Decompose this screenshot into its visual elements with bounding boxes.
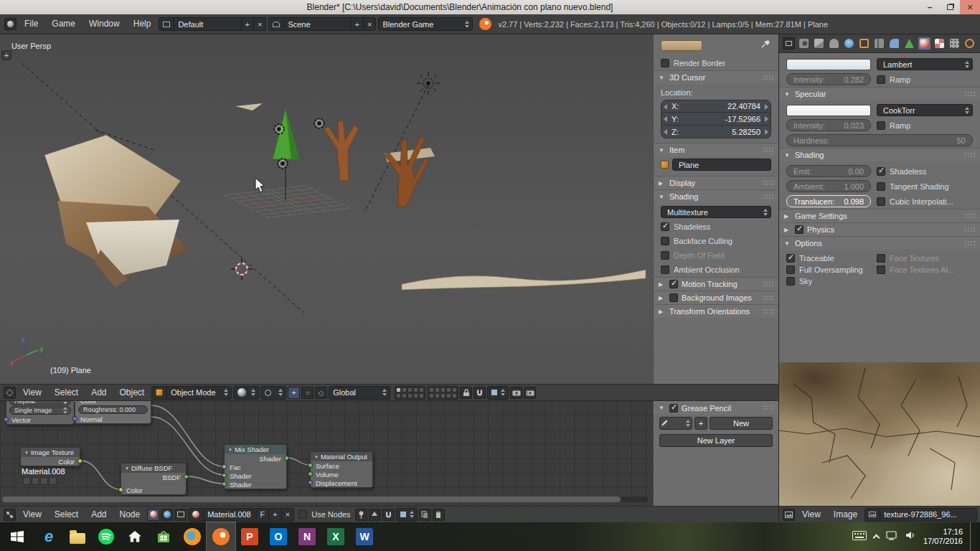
node-title[interactable]: Mix Shader: [225, 445, 286, 454]
panel-grip-icon[interactable]: [763, 180, 773, 187]
node-diffuse-props[interactable]: Color Roughness: 0.000 Normal: [75, 400, 151, 424]
face-textures-checkbox[interactable]: [877, 254, 885, 263]
network-icon[interactable]: [886, 530, 897, 543]
specular-ramp-checkbox[interactable]: [877, 121, 885, 130]
eyedropper-icon[interactable]: [760, 39, 770, 52]
diffuse-ramp-checkbox[interactable]: [877, 75, 885, 84]
uv-menu-view[interactable]: View: [796, 507, 826, 523]
image-browse-icon[interactable]: [865, 509, 880, 521]
diffuse-intensity-slider[interactable]: Intensity:0.282: [786, 73, 871, 85]
viewport-canvas[interactable]: x y z: [0, 34, 653, 384]
node-material-output[interactable]: Material Output Surface Volume Displacem…: [310, 451, 373, 488]
motion-tracking-checkbox[interactable]: [669, 280, 678, 288]
screen-layout-name[interactable]: Default: [174, 18, 241, 30]
editor-type-image-icon[interactable]: [783, 509, 795, 521]
manipulator-rotate-icon[interactable]: ○: [301, 387, 314, 399]
shader2-input-socket[interactable]: [222, 481, 227, 486]
diffuse-shader-dropdown[interactable]: Lambert: [877, 58, 973, 70]
panel-header-physics[interactable]: ▶ Physics: [779, 222, 980, 236]
lock-object-field[interactable]: [661, 40, 702, 51]
material-unlink-icon[interactable]: ×: [282, 509, 293, 521]
material-browse-icon[interactable]: [189, 509, 204, 521]
ne-menu-node[interactable]: Node: [114, 507, 146, 523]
editor-type-3dview-icon[interactable]: [4, 387, 16, 399]
cubic-interpolation-checkbox[interactable]: [877, 197, 885, 206]
start-button[interactable]: [0, 522, 34, 551]
physics-checkbox[interactable]: [795, 225, 804, 234]
texture-extension-dropdown[interactable]: Repeat: [9, 400, 71, 405]
tab-modifiers[interactable]: [888, 37, 900, 50]
shader-type-world-icon[interactable]: [161, 509, 173, 521]
snap-magnet-icon[interactable]: [473, 387, 486, 399]
uv-menu-image[interactable]: Image: [828, 507, 863, 523]
translucency-slider[interactable]: Translucen:0.098: [786, 195, 871, 207]
taskbar-spotify-icon[interactable]: [92, 522, 121, 551]
snap-magnet-icon[interactable]: [382, 509, 395, 521]
face-textures-alpha-checkbox[interactable]: [877, 265, 885, 274]
panel-grip-icon[interactable]: [763, 281, 773, 288]
object-name-field[interactable]: Plane: [672, 159, 771, 171]
layers-widget[interactable]: [395, 386, 458, 400]
taskbar-word-icon[interactable]: W: [350, 522, 379, 551]
toolshelf-open-tab[interactable]: [1, 50, 11, 60]
roughness-slider[interactable]: Roughness: 0.000: [78, 405, 148, 414]
node-title[interactable]: Diffuse BSDF: [121, 463, 186, 473]
tray-expand-icon[interactable]: [872, 534, 880, 542]
color-input-socket[interactable]: [118, 487, 123, 492]
scene-close-icon[interactable]: ×: [364, 18, 375, 30]
tab-render-layers[interactable]: [813, 37, 825, 50]
tree-green[interactable]: [273, 109, 299, 201]
snap-mode-dropdown[interactable]: [396, 508, 418, 522]
ne-menu-add[interactable]: Add: [85, 507, 112, 523]
panel-grip-icon[interactable]: [964, 227, 975, 233]
node-mix-shader[interactable]: Mix Shader Shader Fac Shader Shader: [224, 444, 287, 489]
cursor-z-field[interactable]: Z:5.28250: [661, 126, 771, 138]
opengl-render-anim-icon[interactable]: [524, 387, 536, 399]
panel-grip-icon[interactable]: [763, 75, 773, 81]
sky-checkbox[interactable]: [786, 277, 795, 286]
scene-name[interactable]: Scene: [284, 18, 351, 30]
taskbar-powerpoint-icon[interactable]: P: [235, 522, 264, 551]
viewport-3d[interactable]: x y z User Persp (109) Plane: [0, 34, 653, 384]
editor-type-properties-icon[interactable]: [783, 37, 795, 50]
vp-menu-view[interactable]: View: [17, 385, 47, 401]
terrain-mesh[interactable]: [44, 103, 263, 287]
volume-input-socket[interactable]: [308, 471, 313, 476]
menu-game[interactable]: Game: [46, 16, 81, 32]
manipulator-scale-icon[interactable]: ◇: [315, 387, 327, 399]
diffuse-color-swatch[interactable]: [786, 59, 871, 70]
taskbar-outlook-icon[interactable]: O: [264, 522, 293, 551]
vp-menu-add[interactable]: Add: [85, 385, 112, 401]
node-image-texture-props[interactable]: Repeat Single Image Vector: [6, 400, 75, 425]
pivot-point-dropdown[interactable]: [260, 386, 286, 400]
grease-pencil-checkbox[interactable]: [669, 404, 678, 413]
tab-scene[interactable]: [828, 37, 840, 50]
scene-add-button[interactable]: +: [352, 18, 364, 30]
tab-constraints[interactable]: [873, 37, 885, 50]
transform-orientation-dropdown[interactable]: Global: [329, 386, 390, 400]
panel-header-3d-cursor[interactable]: ▼3D Cursor: [654, 70, 778, 84]
panel-grip-icon[interactable]: [763, 309, 773, 315]
empty-object-3[interactable]: [278, 159, 288, 169]
panel-header-grease-pencil[interactable]: ▼ Grease Pencil: [654, 401, 778, 415]
tab-material[interactable]: [918, 37, 930, 50]
taskbar-excel-icon[interactable]: X: [321, 522, 350, 551]
shader-type-object-icon[interactable]: [147, 509, 159, 521]
color-output-socket[interactable]: [77, 458, 83, 463]
dead-tree-2[interactable]: [385, 136, 435, 207]
screen-layout-browse-icon[interactable]: [159, 18, 174, 30]
touch-keyboard-icon[interactable]: [852, 530, 867, 543]
ground-strip-mesh[interactable]: [402, 270, 646, 290]
render-border-checkbox[interactable]: [661, 59, 669, 67]
panel-grip-icon[interactable]: [964, 152, 975, 159]
shader-type-compositing-icon[interactable]: [174, 509, 187, 521]
taskbar-explorer-icon[interactable]: [63, 522, 92, 551]
ne-menu-view[interactable]: View: [17, 507, 47, 523]
taskbar-ie-icon[interactable]: e: [34, 522, 63, 551]
grease-pencil-new-button[interactable]: New: [710, 417, 773, 430]
opengl-render-still-icon[interactable]: [510, 387, 522, 399]
empty-object-2[interactable]: [314, 118, 324, 128]
tab-world[interactable]: [843, 37, 855, 50]
normal-socket[interactable]: [72, 416, 77, 421]
render-engine-dropdown[interactable]: Blender Game: [378, 17, 473, 31]
